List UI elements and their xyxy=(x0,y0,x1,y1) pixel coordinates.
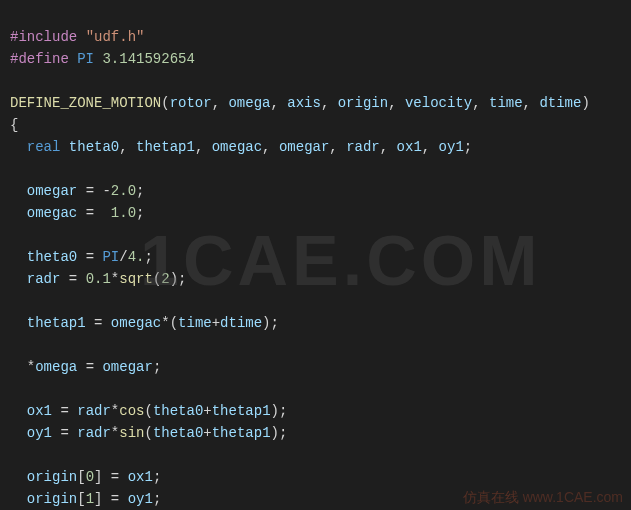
line-9: omegac = 1.0; xyxy=(10,205,144,221)
line-4: DEFINE_ZONE_MOTION(rotor, omega, axis, o… xyxy=(10,95,590,111)
define-value: 3.141592654 xyxy=(102,51,194,67)
line-21: origin[0] = ox1; xyxy=(10,469,161,485)
include-keyword: #include xyxy=(10,29,77,45)
line-5: { xyxy=(10,117,18,133)
line-12: radr = 0.1*sqrt(2); xyxy=(10,271,187,287)
line-22: origin[1] = oy1; xyxy=(10,491,161,507)
line-18: ox1 = radr*cos(theta0+thetap1); xyxy=(10,403,287,419)
line-19: oy1 = radr*sin(theta0+thetap1); xyxy=(10,425,287,441)
type-real: real xyxy=(27,139,61,155)
line-11: theta0 = PI/4.; xyxy=(10,249,153,265)
cos-call: cos xyxy=(119,403,144,419)
line-16: *omega = omegar; xyxy=(10,359,161,375)
sin-call: sin xyxy=(119,425,144,441)
line-14: thetap1 = omegac*(time+dtime); xyxy=(10,315,279,331)
line-6: real theta0, thetap1, omegac, omegar, ra… xyxy=(10,139,472,155)
sqrt-call: sqrt xyxy=(119,271,153,287)
line-8: omegar = -2.0; xyxy=(10,183,144,199)
line-1: #include "udf.h" xyxy=(10,29,144,45)
line-2: #define PI 3.141592654 xyxy=(10,51,195,67)
define-keyword: #define xyxy=(10,51,69,67)
define-name: PI xyxy=(77,51,94,67)
include-string: "udf.h" xyxy=(86,29,145,45)
macro-func: DEFINE_ZONE_MOTION xyxy=(10,95,161,111)
code-block: #include "udf.h" #define PI 3.141592654 … xyxy=(0,0,631,510)
